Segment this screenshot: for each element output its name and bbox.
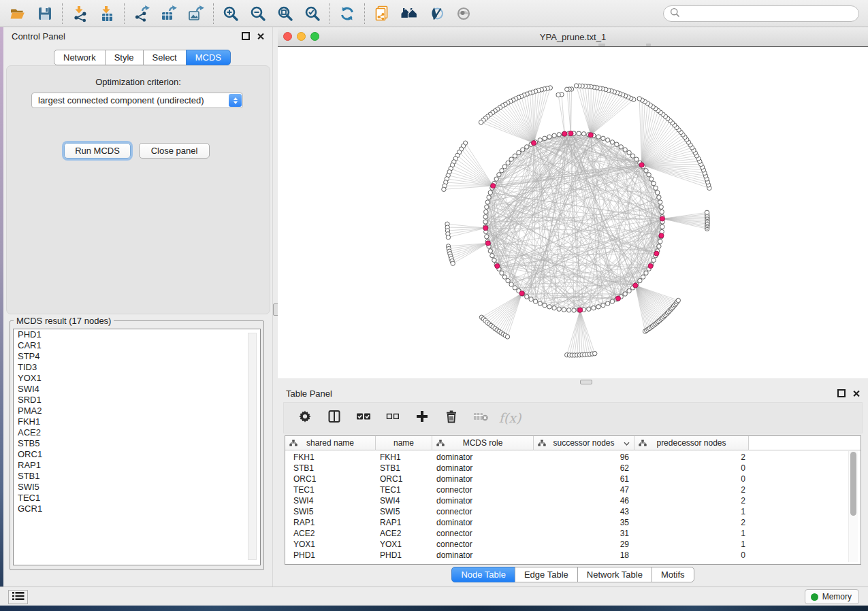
network-node[interactable] [485,200,489,204]
network-node[interactable] [649,177,654,181]
list-button[interactable] [8,590,28,604]
result-list-item[interactable]: PMA2 [14,406,260,416]
select-all-button[interactable] [355,408,372,428]
network-node[interactable] [596,135,600,139]
result-list-item[interactable]: SRD1 [14,395,260,406]
network-node[interactable] [509,282,513,286]
zoom-in-button[interactable] [217,2,244,25]
network-node[interactable] [610,299,614,303]
column-header-predecessor-nodes[interactable]: predecessor nodes [634,436,749,450]
export-network-button[interactable] [128,2,155,25]
network-node[interactable] [521,148,525,152]
network-node[interactable] [556,93,560,97]
eye-button[interactable] [450,2,477,25]
result-list-item[interactable]: STB1 [14,471,260,482]
network-canvas[interactable] [278,46,868,378]
table-row[interactable]: FKH1FKH1dominator962 [285,452,861,463]
table-settings-gear-button[interactable] [296,408,314,428]
export-table-button[interactable] [155,2,182,25]
import-network-button[interactable] [66,2,93,25]
mcds-dominator-node[interactable] [639,163,644,167]
result-list-item[interactable]: RAP1 [14,460,260,471]
network-node[interactable] [627,150,631,154]
network-node[interactable] [492,258,496,262]
table-tab-node-table[interactable]: Node Table [451,567,515,582]
tab-mcds[interactable]: MCDS [186,50,231,65]
zoom-fit-button[interactable] [272,2,299,25]
network-node[interactable] [606,138,610,142]
deselect-all-button[interactable] [384,408,402,428]
network-node[interactable] [525,295,529,299]
table-row[interactable]: SWI5SWI5connector431 [285,506,861,517]
horizontal-splitter[interactable] [278,378,868,384]
table-row[interactable]: YOX1YOX1connector291 [285,539,861,550]
network-node[interactable] [610,140,614,144]
column-header-shared-name[interactable]: shared name [285,436,376,450]
result-list-item[interactable]: FKH1 [14,416,260,427]
table-row[interactable]: SWI4SWI4dominator462 [285,495,861,506]
table-scrollbar-thumb[interactable] [850,452,856,516]
network-node[interactable] [505,335,509,339]
network-node[interactable] [488,191,492,195]
network-node[interactable] [615,142,619,146]
tab-network[interactable]: Network [54,50,106,65]
network-node[interactable] [654,186,658,190]
network-node[interactable] [659,205,663,209]
network-node[interactable] [485,235,489,239]
result-list-item[interactable]: STP4 [14,351,260,362]
network-node[interactable] [658,200,662,204]
table-tab-network-table[interactable]: Network Table [577,567,652,582]
table-row[interactable]: ORC1ORC1dominator610 [285,474,861,484]
network-node[interactable] [547,305,551,309]
network-node[interactable] [506,278,510,282]
result-list-item[interactable]: CAR1 [14,340,260,351]
zoom-out-button[interactable] [244,2,272,25]
search-input[interactable] [684,7,858,20]
network-node[interactable] [552,306,556,310]
column-header-name[interactable]: name [376,436,432,450]
mcds-dominator-node[interactable] [588,133,593,137]
network-node[interactable] [596,305,600,309]
network-node[interactable] [483,220,487,224]
network-window-titlebar[interactable]: YPA_prune.txt_1 [278,27,868,47]
table-row[interactable]: TEC1TEC1connector472 [285,484,861,495]
mcds-dominator-node[interactable] [495,263,500,268]
mcds-dominator-node[interactable] [659,233,664,238]
close-window-icon[interactable] [283,32,292,41]
mcds-dominator-node[interactable] [519,291,524,296]
network-node[interactable] [705,210,709,214]
network-node[interactable] [529,297,533,301]
network-node[interactable] [557,307,561,311]
network-node[interactable] [451,261,455,265]
document-network-button[interactable] [368,2,396,25]
mcds-dominator-node[interactable] [568,131,573,136]
result-list-item[interactable]: TID3 [14,362,260,373]
network-node[interactable] [577,131,581,135]
network-node[interactable] [658,240,662,244]
eye-slash-button[interactable] [423,2,450,25]
network-node[interactable] [525,145,529,149]
table-row[interactable]: STB1STB1dominator620 [285,463,861,474]
network-node[interactable] [657,244,661,248]
network-node[interactable] [574,84,578,88]
network-node[interactable] [488,249,492,253]
network-node[interactable] [538,301,542,306]
network-node[interactable] [517,150,521,154]
network-node[interactable] [652,181,656,185]
network-node[interactable] [623,292,627,296]
network-node[interactable] [442,187,446,191]
mcds-dominator-node[interactable] [562,131,567,136]
network-node[interactable] [500,169,504,173]
network-node[interactable] [490,254,494,258]
network-node[interactable] [638,278,642,282]
split-panel-button[interactable] [325,408,343,428]
close-panel-icon[interactable] [257,33,264,39]
float-panel-icon[interactable] [242,32,250,40]
result-list-item[interactable]: SWI5 [14,482,260,493]
column-header-successor-nodes[interactable]: successor nodes [534,436,634,450]
network-node[interactable] [619,145,623,149]
mcds-dominator-node[interactable] [654,251,659,256]
network-node[interactable] [634,157,639,161]
tab-style[interactable]: Style [105,50,144,65]
search-box[interactable] [663,5,859,22]
